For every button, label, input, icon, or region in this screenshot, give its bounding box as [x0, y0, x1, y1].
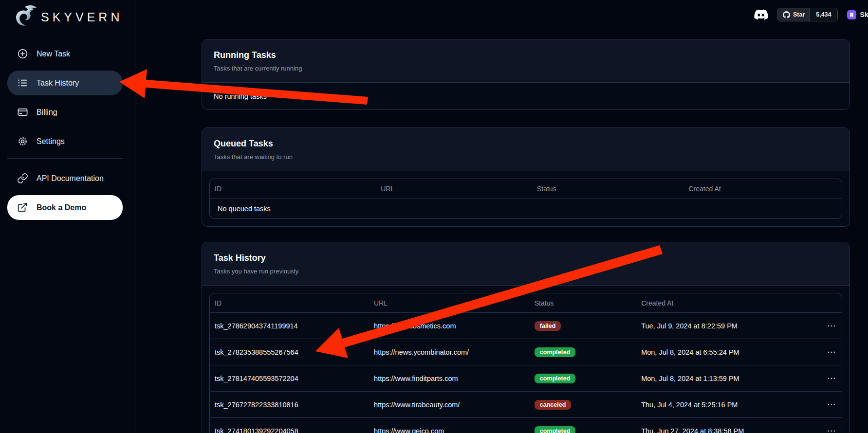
row-actions-menu[interactable]: ···: [822, 348, 842, 356]
sidebar-item-label: Book a Demo: [37, 203, 86, 212]
status-badge: completed: [535, 374, 576, 383]
gear-icon: [17, 136, 28, 147]
task-created-cell: Mon, Jul 8, 2024 at 6:55:24 PM: [636, 348, 822, 356]
status-badge: completed: [535, 426, 576, 433]
main-content: Running Tasks Tasks that are currently r…: [202, 0, 850, 433]
sidebar-item-label: New Task: [37, 50, 70, 58]
card-subtitle: Tasks you have run previously: [214, 268, 838, 275]
card-subtitle: Tasks that are waiting to run: [214, 153, 838, 161]
task-row[interactable]: tsk_278235388555267564 https://news.ycom…: [210, 339, 842, 365]
status-badge: completed: [535, 347, 576, 357]
task-created-cell: Thu, Jul 4, 2024 at 5:25:16 PM: [636, 401, 822, 409]
queued-tasks-table: ID URL Status Created At No queued tasks: [209, 179, 842, 219]
col-header-id: ID: [210, 185, 376, 193]
col-header-url: URL: [369, 299, 530, 307]
col-header-created: Created At: [683, 185, 842, 193]
sidebar-nav: New Task Task History Billing: [0, 41, 135, 220]
queued-tasks-empty: No queued tasks: [210, 198, 842, 218]
row-actions-menu[interactable]: ···: [822, 322, 842, 330]
link-icon: [17, 173, 28, 184]
plus-circle-icon: [17, 48, 28, 59]
task-created-cell: Mon, Jul 8, 2024 at 1:13:59 PM: [636, 375, 822, 382]
sidebar-item-label: API Documentation: [37, 174, 104, 183]
task-row[interactable]: tsk_274180139292204058 https://www.geico…: [210, 417, 842, 433]
col-header-url: URL: [376, 185, 532, 193]
account-name: Sk: [860, 11, 868, 18]
task-id-cell: tsk_278147405593572204: [210, 375, 369, 382]
task-url-cell: https://www.tirabeauty.com/: [369, 401, 530, 409]
task-history-card: Task History Tasks you have run previous…: [202, 242, 850, 433]
sidebar-item-label: Settings: [37, 137, 65, 146]
dragon-logo-icon: [12, 4, 38, 30]
sidebar-item-settings[interactable]: Settings: [7, 129, 123, 154]
running-tasks-empty: No running tasks: [202, 83, 850, 109]
task-url-cell: https://www.geico.com: [369, 427, 530, 433]
status-badge: canceled: [535, 400, 572, 410]
task-created-cell: Thu, Jun 27, 2024 at 8:38:58 PM: [636, 427, 822, 433]
sidebar-item-new-task[interactable]: New Task: [7, 41, 123, 66]
task-created-cell: Tue, Jul 9, 2024 at 8:22:59 PM: [636, 322, 822, 330]
col-header-id: ID: [210, 299, 369, 307]
running-tasks-header: Running Tasks Tasks that are currently r…: [202, 39, 850, 83]
col-header-created: Created At: [636, 299, 822, 307]
sidebar-item-api-documentation[interactable]: API Documentation: [7, 166, 123, 191]
running-tasks-card: Running Tasks Tasks that are currently r…: [202, 39, 850, 110]
book-a-demo-button[interactable]: Book a Demo: [7, 195, 123, 220]
sidebar-item-task-history[interactable]: Task History: [7, 71, 123, 95]
list-icon: [17, 77, 28, 89]
sidebar-item-label: Billing: [37, 108, 57, 117]
task-id-cell: tsk_274180139292204058: [210, 427, 369, 433]
task-row[interactable]: tsk_278147405593572204 https://www.findi…: [210, 365, 842, 391]
table-header-row: ID URL Status Created At: [210, 293, 842, 312]
logo-wordmark: SKYVERN: [41, 10, 123, 24]
sidebar-item-label: Task History: [37, 79, 79, 88]
card-title: Queued Tasks: [214, 138, 838, 149]
queued-tasks-card: Queued Tasks Tasks that are waiting to r…: [202, 127, 850, 227]
card-subtitle: Tasks that are currently running: [214, 65, 838, 72]
sidebar-item-billing[interactable]: Billing: [7, 100, 123, 125]
task-url-cell: https://news.ycombinator.com/: [369, 348, 530, 356]
col-header-status: Status: [530, 299, 636, 307]
skyvern-logo[interactable]: SKYVERN: [0, 0, 135, 32]
skyvern-app: { "app": {"logo_text": "SKYVERN"}, "side…: [0, 0, 868, 433]
task-row[interactable]: tsk_278629043741199914 https://tartecosm…: [210, 312, 842, 339]
task-id-cell: tsk_278235388555267564: [210, 348, 369, 356]
task-url-cell: https://tartecosmetics.com: [369, 322, 530, 330]
status-badge: failed: [535, 321, 561, 331]
account-menu[interactable]: Sk: [847, 10, 868, 19]
sidebar-divider: [7, 158, 123, 159]
col-header-status: Status: [532, 185, 684, 193]
card-title: Running Tasks: [214, 50, 838, 60]
task-id-cell: tsk_276727822333810816: [210, 401, 369, 409]
card-title: Task History: [214, 253, 838, 263]
row-actions-menu[interactable]: ···: [822, 400, 842, 409]
task-history-header: Task History Tasks you have run previous…: [202, 242, 850, 286]
task-row[interactable]: tsk_276727822333810816 https://www.tirab…: [210, 391, 842, 417]
sidebar: SKYVERN New Task Task History: [0, 0, 135, 433]
queued-tasks-header: Queued Tasks Tasks that are waiting to r…: [202, 128, 850, 171]
task-url-cell: https://www.finditparts.com: [369, 375, 530, 382]
task-id-cell: tsk_278629043741199914: [210, 322, 369, 330]
credit-card-icon: [17, 107, 28, 118]
task-history-table: ID URL Status Created At tsk_27862904374…: [209, 293, 842, 433]
external-link-icon: [17, 202, 28, 213]
row-actions-menu[interactable]: ···: [822, 427, 842, 433]
table-header-row: ID URL Status Created At: [210, 179, 842, 198]
row-actions-menu[interactable]: ···: [822, 374, 842, 382]
